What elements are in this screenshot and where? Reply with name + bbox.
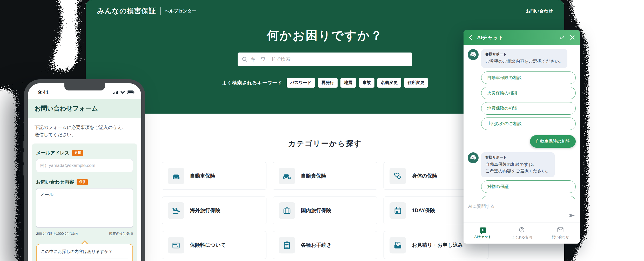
keyword-chip[interactable]: 住所変更	[404, 78, 428, 88]
category-card-premium[interactable]: 保険料について	[162, 231, 266, 259]
keyword-chip[interactable]: 再発行	[318, 78, 338, 88]
category-label: 自賠責保険	[301, 172, 326, 179]
chat-header: AIチャット	[464, 30, 580, 45]
chat-option-fire[interactable]: 火災保険の相談	[481, 87, 576, 99]
message-label: お問い合わせ内容	[36, 179, 74, 185]
category-card-procedures[interactable]: 各種お手続き	[273, 231, 377, 259]
header-contact-link[interactable]: お問い合わせ	[526, 8, 553, 14]
send-icon[interactable]	[568, 212, 575, 220]
divider	[41, 258, 128, 258]
category-label: お見積り・お申し込み	[412, 242, 463, 249]
keyword-chip[interactable]: 事故	[359, 78, 374, 88]
battery-icon	[127, 90, 135, 94]
chat-tab-bar: AI AIチャット よくある質問	[464, 223, 580, 244]
brand-subtitle: ヘルプセンター	[165, 8, 196, 14]
suggestion-callout: この中にお探しの内容はありますか？ メールが届かない場合 登録したメールアドレス…	[36, 244, 133, 261]
chat-option-other[interactable]: 上記以外のご相談	[481, 118, 576, 130]
brand-divider	[160, 7, 161, 15]
chat-options: 自動車保険の相談 火災保険の相談 地震保険の相談 上記以外のご相談	[481, 71, 576, 130]
category-grid: 自動車保険 自賠責保険	[162, 162, 488, 259]
tab-label: 問い合わせ	[552, 235, 569, 239]
contact-form-title: お問い合わせフォーム	[28, 99, 141, 118]
back-icon[interactable]	[469, 35, 472, 40]
contact-form: メールアドレス 必須 お問い合わせ内容 必須 メール 200文字以上1000文字…	[32, 143, 137, 261]
chat-question-input[interactable]	[468, 204, 553, 209]
mail-icon	[557, 227, 564, 233]
char-counter: 200文字以上1000文字以内 現在の文字数 0	[36, 231, 133, 236]
keyword-chip[interactable]: 名義変更	[377, 78, 401, 88]
phone-notch	[64, 83, 105, 90]
site-header: みんなの損害保証 ヘルプセンター お問い合わせ	[86, 0, 564, 16]
clipboard-icon	[279, 237, 295, 253]
keyword-chip[interactable]: パスワード	[287, 78, 315, 88]
support-avatar-icon	[468, 49, 479, 60]
category-card-auto[interactable]: 自動車保険	[162, 162, 266, 190]
keyword-label: よく検索されるキーワード	[222, 80, 282, 86]
message-field[interactable]: メール	[36, 188, 133, 228]
tab-label: AIチャット	[474, 234, 492, 239]
user-message: 自動車保険の相談	[468, 135, 576, 148]
expand-icon[interactable]	[560, 35, 565, 40]
category-card-domestic-travel[interactable]: 国内旅行保険	[273, 197, 377, 224]
category-card-overseas-travel[interactable]: 海外旅行保険	[162, 197, 266, 224]
close-icon[interactable]	[570, 35, 575, 40]
question-icon	[519, 227, 525, 233]
category-label: 身体の保険	[412, 172, 437, 179]
chat-input-area	[464, 200, 580, 223]
contact-form-intro: 下記のフォームに必要事項をご記入のうえ、 送信してください。	[28, 118, 141, 138]
car-alert-icon	[279, 168, 295, 184]
chat-option-property[interactable]: 対物の保証	[481, 180, 576, 193]
search-bar[interactable]	[238, 53, 412, 66]
email-field[interactable]	[36, 159, 133, 172]
briefcase-icon	[279, 202, 295, 219]
support-avatar-icon	[468, 152, 479, 163]
category-label: 保険料について	[190, 242, 226, 249]
chat-title: AIチャット	[477, 34, 504, 41]
chat-option-earthquake[interactable]: 地震保険の相談	[481, 102, 576, 115]
car-icon	[168, 168, 184, 184]
wifi-icon	[120, 90, 125, 94]
plane-icon	[168, 202, 184, 219]
required-badge: 必須	[77, 179, 88, 185]
category-label: 海外旅行保険	[190, 207, 220, 214]
category-label: 自動車保険	[190, 172, 216, 179]
phone-side-button	[23, 152, 24, 162]
chat-option-auto[interactable]: 自動車保険の相談	[481, 71, 576, 84]
user-bubble: 自動車保険の相談	[530, 135, 576, 148]
status-icons	[113, 90, 135, 94]
category-label: 国内旅行保険	[301, 207, 331, 214]
tab-ai-chat[interactable]: AI AIチャット	[464, 223, 502, 244]
tab-label: よくある質問	[511, 235, 532, 240]
tab-contact[interactable]: 問い合わせ	[541, 223, 580, 244]
ai-chat-icon: AI	[480, 227, 486, 233]
search-input[interactable]	[250, 56, 408, 62]
inbox-icon	[390, 237, 406, 253]
keyword-chip[interactable]: 地震	[340, 78, 356, 88]
phone-side-button	[23, 165, 24, 175]
chat-option-partial[interactable]	[481, 196, 576, 200]
support-text: 自動車保険の相談ですね。 ご希望の内容をご選択ください。	[485, 161, 551, 174]
required-badge: 必須	[72, 150, 83, 156]
category-label: 1DAY保険	[412, 207, 435, 214]
counter-rule: 200文字以上1000文字以内	[36, 231, 78, 236]
email-label: メールアドレス	[36, 150, 70, 156]
category-card-liability[interactable]: 自賠責保険	[273, 162, 377, 190]
status-time: 9:41	[38, 89, 49, 95]
support-name: 客様サポート	[485, 155, 551, 160]
support-name: 客様サポート	[485, 52, 563, 57]
signal-icon	[113, 90, 118, 94]
phone-screen: 9:41	[28, 83, 141, 261]
chat-messages: 客様サポート ご希望のご相談内容をご選択ください。 自動車保険の相談 火災保険の…	[464, 45, 580, 200]
category-label: 各種お手続き	[301, 242, 332, 249]
hearts-icon	[390, 168, 406, 184]
support-text: ご希望のご相談内容をご選択ください。	[485, 58, 563, 64]
phone-side-button	[23, 141, 24, 148]
ai-chat-widget: AIチャット	[464, 30, 580, 244]
calendar-icon	[390, 202, 406, 219]
wallet-icon	[168, 237, 184, 253]
search-icon	[242, 56, 247, 62]
page: みんなの損害保証 ヘルプセンター お問い合わせ 何かお困りですか？ よく検索され…	[0, 0, 644, 261]
counter-current: 現在の文字数 0	[109, 231, 133, 236]
phone-mockup: 9:41	[24, 79, 145, 261]
tab-faq[interactable]: よくある質問	[502, 223, 541, 244]
